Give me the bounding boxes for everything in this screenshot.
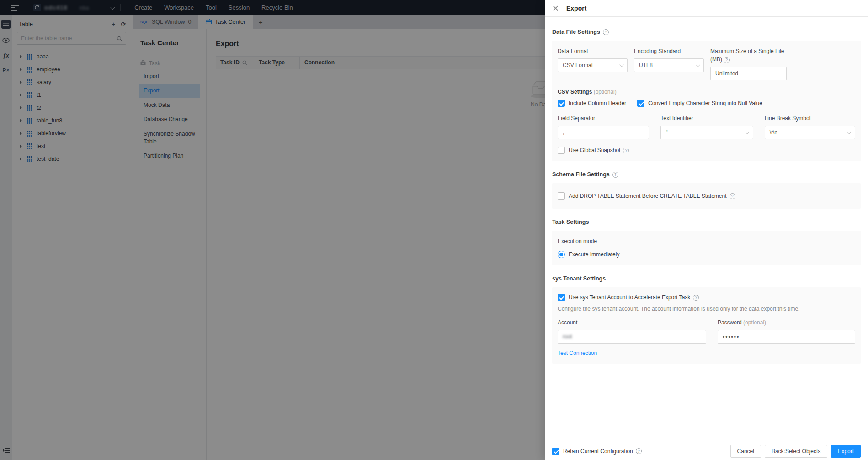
checkbox-checked-icon[interactable] <box>558 294 565 301</box>
schema-file-settings-heading: Schema File Settings? <box>552 171 861 178</box>
encoding-select[interactable]: UTF8 <box>634 58 704 72</box>
help-icon[interactable]: ? <box>623 148 629 153</box>
help-icon[interactable]: ? <box>612 172 618 178</box>
close-icon[interactable] <box>552 5 559 12</box>
help-icon[interactable]: ? <box>693 295 699 301</box>
line-break-select[interactable]: \r\n <box>765 126 855 139</box>
help-icon[interactable]: ? <box>724 57 730 63</box>
checkbox-unchecked-icon[interactable] <box>558 192 565 200</box>
include-column-header-checkbox[interactable]: Include Column Header <box>558 100 626 107</box>
help-icon[interactable]: ? <box>636 448 642 454</box>
export-drawer: Export Data File Settings? Data Format C… <box>545 0 868 460</box>
task-settings-heading: Task Settings <box>552 219 861 225</box>
add-drop-table-checkbox[interactable]: Add DROP TABLE Statement Before CREATE T… <box>558 192 855 200</box>
text-identifier-label: Text Identifier <box>660 114 753 122</box>
drawer-header: Export <box>545 0 868 17</box>
use-global-snapshot-checkbox[interactable]: Use Global Snapshot ? <box>558 147 855 154</box>
max-size-input-field[interactable] <box>715 70 782 77</box>
max-size-input[interactable] <box>710 67 787 80</box>
sys-tenant-description: Configure the sys tenant account. The ac… <box>558 306 855 312</box>
execution-mode-label: Execution mode <box>558 237 855 245</box>
drawer-title: Export <box>566 5 586 12</box>
account-input[interactable]: root <box>558 330 706 344</box>
checkbox-checked-icon[interactable] <box>552 448 559 455</box>
radio-selected-icon[interactable] <box>558 251 565 258</box>
field-separator-input-field[interactable] <box>563 129 644 136</box>
export-button[interactable]: Export <box>831 445 861 458</box>
data-file-settings-heading: Data File Settings? <box>552 29 861 35</box>
sys-tenant-settings-card: Use sys Tenant Account to Accelerate Exp… <box>552 287 861 364</box>
help-icon[interactable]: ? <box>730 193 735 199</box>
data-file-settings-card: Data Format CSV Format Encoding Standard… <box>552 41 861 161</box>
drawer-footer: Retain Current Configuration ? Cancel Ba… <box>545 442 868 460</box>
cancel-button[interactable]: Cancel <box>730 445 761 458</box>
chevron-down-icon <box>745 130 750 134</box>
task-settings-card: Execution mode Execute Immediately <box>552 231 861 265</box>
account-label: Account <box>558 318 706 327</box>
password-label: Password (optional) <box>718 318 855 327</box>
data-format-label: Data Format <box>558 47 628 55</box>
help-icon[interactable]: ? <box>603 29 609 35</box>
line-break-label: Line Break Symbol <box>765 114 855 122</box>
back-select-objects-button[interactable]: Back:Select Objects <box>765 445 827 458</box>
chevron-down-icon <box>847 130 852 134</box>
execute-immediately-radio[interactable]: Execute Immediately <box>558 251 855 258</box>
use-sys-tenant-checkbox[interactable]: Use sys Tenant Account to Accelerate Exp… <box>558 294 855 301</box>
csv-settings-heading: CSV Settings (optional) <box>558 89 855 95</box>
field-separator-label: Field Separator <box>558 114 649 122</box>
convert-empty-checkbox[interactable]: Convert Empty Character String into Null… <box>637 100 762 107</box>
test-connection-link[interactable]: Test Connection <box>558 350 597 356</box>
data-format-select[interactable]: CSV Format <box>558 58 628 72</box>
retain-configuration-checkbox[interactable]: Retain Current Configuration ? <box>552 448 642 455</box>
chevron-down-icon <box>619 63 624 67</box>
schema-file-settings-card: Add DROP TABLE Statement Before CREATE T… <box>552 183 861 209</box>
checkbox-unchecked-icon[interactable] <box>558 147 565 154</box>
text-identifier-select[interactable]: " <box>660 126 753 139</box>
max-size-label: Maximum Size of a Single File (MB) ? <box>710 47 790 63</box>
drawer-body: Data File Settings? Data Format CSV Form… <box>545 17 868 442</box>
checkbox-checked-icon[interactable] <box>558 100 565 107</box>
encoding-label: Encoding Standard <box>634 47 704 55</box>
checkbox-checked-icon[interactable] <box>637 100 644 107</box>
sys-tenant-settings-heading: sys Tenant Settings <box>552 275 861 282</box>
password-input[interactable]: •••••• <box>718 330 855 344</box>
chevron-down-icon <box>696 63 700 67</box>
field-separator-input[interactable] <box>558 126 649 139</box>
app-root: odc418 nba Create Workspace Tool Session… <box>0 0 868 460</box>
